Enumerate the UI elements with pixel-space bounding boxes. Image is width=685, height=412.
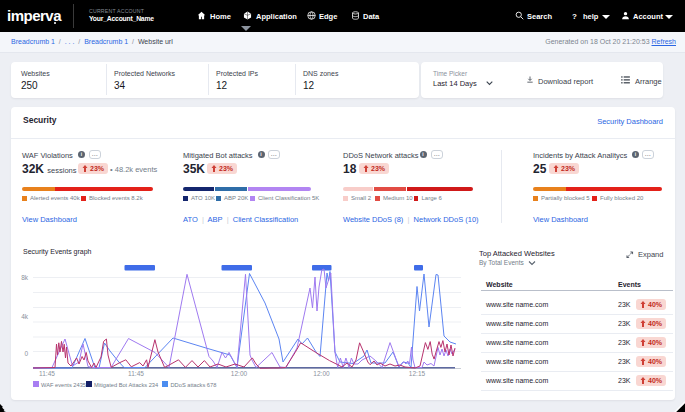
svg-text:11:45: 11:45	[128, 370, 144, 377]
svg-text:8k: 8k	[21, 274, 29, 281]
svg-text:0: 0	[24, 350, 28, 357]
svg-text:11:45: 11:45	[39, 370, 55, 377]
svg-text:12:15: 12:15	[409, 370, 426, 377]
svg-text:12:00: 12:00	[313, 370, 330, 377]
svg-text:12:00: 12:00	[231, 370, 248, 377]
svg-text:4k: 4k	[21, 313, 29, 320]
